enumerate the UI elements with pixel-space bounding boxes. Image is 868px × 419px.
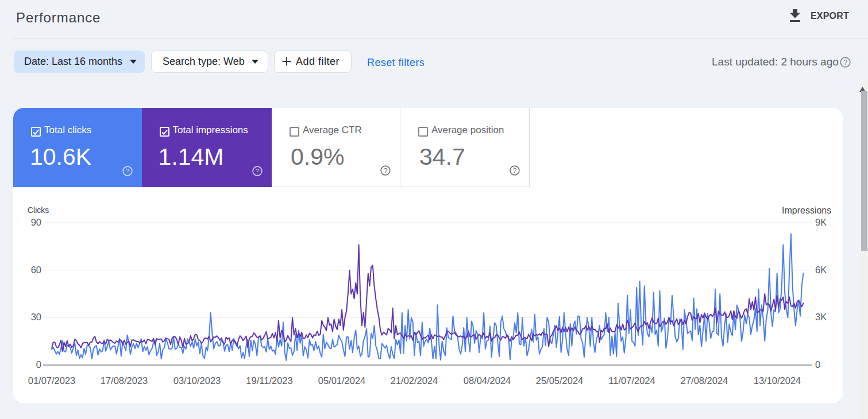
- svg-text:?: ?: [256, 167, 260, 175]
- svg-text:?: ?: [513, 166, 517, 174]
- svg-text:?: ?: [384, 166, 388, 174]
- svg-text:?: ?: [125, 167, 129, 175]
- svg-text:?: ?: [843, 59, 847, 67]
